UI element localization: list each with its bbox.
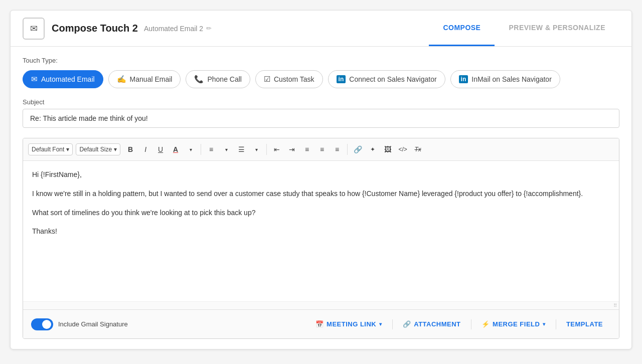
merge-field-button[interactable]: ⚡ MERGE FIELD ▾ [473, 316, 554, 332]
font-family-select[interactable]: Default Font ▾ [28, 143, 73, 155]
editor-body[interactable]: Hi {!FirstName}, I know we're still in a… [23, 161, 619, 301]
toolbar-divider-2 [266, 144, 267, 155]
header-left: ✉ Compose Touch 2 Automated Email 2 ✏ [23, 18, 212, 40]
header-tabs: COMPOSE PREVIEW & PERSONALIZE [429, 11, 619, 46]
unordered-list-chevron[interactable]: ▾ [249, 142, 263, 156]
page-title: Compose Touch 2 [52, 23, 138, 34]
manual-email-icon: ✍ [117, 75, 126, 84]
footer-divider-3 [556, 319, 556, 329]
custom-task-icon: ☑ [264, 75, 270, 84]
header: ✉ Compose Touch 2 Automated Email 2 ✏ CO… [11, 11, 631, 47]
editor-wrapper: Default Font ▾ Default Size ▾ B I U A ▾ … [23, 138, 619, 339]
editor-line-4: Thanks! [32, 226, 610, 238]
align-right-button[interactable]: ≡ [330, 142, 344, 156]
footer-divider-1 [392, 319, 393, 329]
toggle-label: Include Gmail Signature [58, 320, 128, 328]
editor-toolbar: Default Font ▾ Default Size ▾ B I U A ▾ … [23, 138, 619, 161]
image-button[interactable]: 🖼 [381, 142, 395, 156]
main-container: ✉ Compose Touch 2 Automated Email 2 ✏ CO… [10, 10, 632, 349]
editor-line-3: What sort of timelines do you think we'r… [32, 207, 610, 219]
resize-icon: ⠿ [613, 303, 617, 308]
merge-field-chevron: ▾ [543, 321, 546, 327]
template-button[interactable]: TEMPLATE [558, 316, 611, 332]
linkedin-connect-icon: in [337, 75, 346, 83]
special-char-button[interactable]: ✦ [366, 142, 380, 156]
phone-icon: 📞 [194, 75, 204, 84]
automated-email-icon: ✉ [31, 75, 38, 84]
meeting-link-icon: 📅 [315, 320, 324, 328]
font-family-chevron: ▾ [66, 146, 69, 153]
toolbar-divider-3 [347, 144, 348, 155]
font-color-chevron[interactable]: ▾ [184, 142, 198, 156]
meeting-link-button[interactable]: 📅 MEETING LINK ▾ [307, 316, 390, 332]
body: Touch Type: ✉ Automated Email ✍ Manual E… [11, 47, 631, 349]
linkedin-inmail-icon: in [459, 75, 468, 83]
subject-input[interactable] [23, 109, 619, 128]
underline-button[interactable]: U [153, 142, 168, 156]
align-left-button[interactable]: ≡ [300, 142, 314, 156]
font-size-chevron: ▾ [114, 146, 117, 153]
resize-handle[interactable]: ⠿ [23, 301, 619, 309]
editor-line-1: Hi {!FirstName}, [32, 169, 610, 181]
link-button[interactable]: 🔗 [351, 142, 365, 156]
gmail-signature-toggle[interactable] [31, 318, 53, 330]
italic-button[interactable]: I [138, 142, 152, 156]
btn-connect-sales-nav[interactable]: in Connect on Sales Navigator [328, 70, 445, 88]
meeting-link-chevron: ▾ [379, 321, 382, 327]
ordered-list-chevron[interactable]: ▾ [219, 142, 233, 156]
indent-button[interactable]: ⇥ [285, 142, 299, 156]
ordered-list-button[interactable]: ≡ [204, 142, 218, 156]
touch-type-buttons: ✉ Automated Email ✍ Manual Email 📞 Phone… [23, 70, 619, 88]
outdent-button[interactable]: ⇤ [270, 142, 284, 156]
attachment-icon: 🔗 [403, 320, 411, 328]
align-center-button[interactable]: ≡ [315, 142, 329, 156]
toolbar-divider-1 [201, 144, 201, 155]
bold-button[interactable]: B [123, 142, 137, 156]
footer-right: 📅 MEETING LINK ▾ 🔗 ATTACHMENT ⚡ MERGE FI… [307, 316, 611, 332]
editor-line-2: I know we're still in a holding pattern,… [32, 188, 610, 200]
tab-preview[interactable]: PREVIEW & PERSONALIZE [495, 11, 619, 46]
edit-icon[interactable]: ✏ [206, 25, 212, 32]
attachment-button[interactable]: 🔗 ATTACHMENT [395, 316, 469, 332]
btn-manual-email[interactable]: ✍ Manual Email [108, 70, 181, 88]
touch-type-label: Touch Type: [23, 57, 619, 64]
subject-label: Subject [23, 98, 619, 106]
email-icon: ✉ [30, 23, 38, 34]
btn-inmail-sales-nav[interactable]: in InMail on Sales Navigator [450, 70, 560, 88]
header-icon: ✉ [23, 18, 45, 40]
btn-automated-email[interactable]: ✉ Automated Email [23, 70, 103, 88]
editor-footer: Include Gmail Signature 📅 MEETING LINK ▾… [23, 309, 619, 338]
footer-divider-2 [471, 319, 471, 329]
header-subtitle: Automated Email 2 ✏ [144, 25, 212, 33]
font-size-select[interactable]: Default Size ▾ [76, 143, 120, 155]
header-title-group: Compose Touch 2 Automated Email 2 ✏ [52, 23, 212, 34]
font-color-button[interactable]: A [169, 142, 183, 156]
subtitle-text: Automated Email 2 [144, 25, 203, 33]
code-button[interactable]: </> [396, 142, 410, 156]
btn-phone-call[interactable]: 📞 Phone Call [186, 70, 250, 88]
tab-compose[interactable]: COMPOSE [429, 11, 495, 46]
footer-left: Include Gmail Signature [31, 318, 128, 330]
btn-custom-task[interactable]: ☑ Custom Task [255, 70, 323, 88]
merge-field-icon: ⚡ [482, 320, 490, 328]
unordered-list-button[interactable]: ☰ [234, 142, 248, 156]
clear-format-button[interactable]: Tx [411, 142, 425, 156]
